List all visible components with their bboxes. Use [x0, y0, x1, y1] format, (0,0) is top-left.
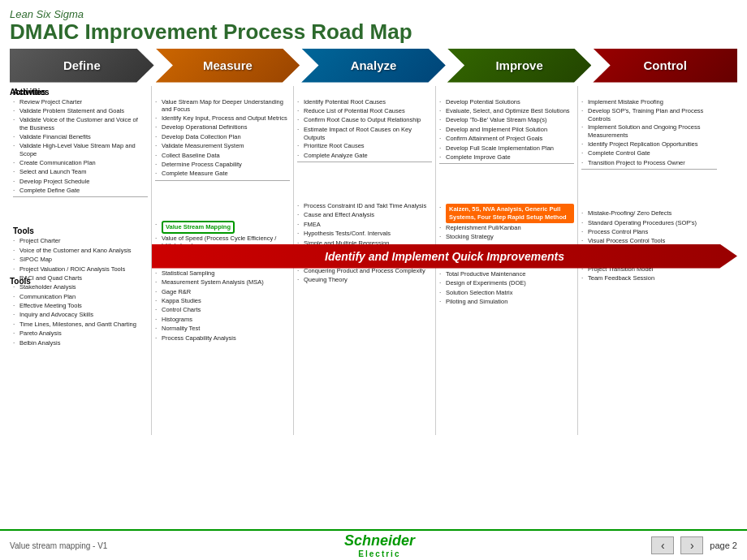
list-item: ·Process Control Plans [581, 228, 717, 236]
list-item: ·Queuing Theory [297, 276, 432, 284]
list-item: ·Process Constraint ID and Takt Time Ana… [297, 202, 432, 210]
list-item: ·Evaluate, Select, and Optimize Best Sol… [439, 107, 574, 115]
content-area: Activities ·Review Project Charter ·Vali… [10, 86, 737, 435]
list-item: ·Implement Mistake Proofing [581, 98, 717, 106]
phase-define: Define [10, 49, 154, 83]
list-item: ·Validate Problem Statement and Goals [13, 107, 148, 115]
list-item: ·Cause and Effect Analysis [297, 211, 432, 219]
list-item: ·Belbin Analysis [13, 339, 148, 347]
divider [155, 180, 290, 181]
list-item: ·Identify Potential Root Causes [297, 98, 432, 106]
quick-improvements-banner: Identify and Implement Quick Improvement… [152, 244, 737, 269]
list-item: ·Develop SOP's, Training Plan and Proces… [581, 107, 717, 123]
list-item: ·Stocking Strategy [439, 233, 574, 241]
list-item: ·Control Charts [155, 306, 290, 314]
list-item: ·Histograms [155, 316, 290, 324]
list-item: ·Develop Data Collection Plan [155, 133, 290, 141]
list-item: ·Kaizen, 5S, NVA Analysis, Generic Pull … [439, 204, 574, 223]
list-item: ·Develop and Implement Pilot Solution [439, 126, 574, 134]
list-item: ·Determine Process Capability [155, 161, 290, 169]
list-item: ·Reduce List of Potential Root Causes [297, 107, 432, 115]
list-item: ·Identify Key Input, Process and Output … [155, 114, 290, 123]
list-item: ·Replenishment Pull/Kanban [439, 224, 574, 232]
list-item: ·Review Project Charter [13, 98, 148, 106]
list-item: ·Develop Potential Solutions [439, 98, 574, 106]
list-item: ·Total Productive Maintenance [439, 270, 574, 278]
list-item: ·Complete Analyze Gate [297, 152, 432, 160]
divider [297, 162, 432, 162]
list-item: ·Piloting and Simulation [439, 298, 574, 306]
list-item: ·Develop Operational Definitions [155, 123, 290, 131]
phase-improve: Improve [447, 49, 592, 83]
list-item: ·Value Stream Map for Deeper Understandi… [155, 98, 290, 114]
list-item: ·SIPOC Map [13, 256, 148, 264]
list-item: ·Process Capability Analysis [155, 334, 290, 342]
schneider-logo: Schneider Electric [344, 532, 415, 558]
list-item: ·Stakeholder Analysis [13, 283, 148, 291]
list-item: ·Measurement System Analysis (MSA) [155, 278, 290, 286]
title-area: Lean Six Sigma DMAIC Improvement Process… [10, 8, 737, 44]
list-item: ·Validate Financial Benefits [13, 133, 148, 141]
banner-spacer [155, 183, 290, 209]
footer: Value stream mapping - V1 Schneider Elec… [0, 529, 747, 560]
divider [13, 196, 148, 197]
list-item: ·Kappa Studies [155, 297, 290, 305]
tools-label-left: Tools [10, 277, 31, 286]
list-item: ·Transition Project to Process Owner [581, 159, 717, 167]
footer-right: ‹ › page 2 [651, 536, 737, 554]
list-item: ·Communication Plan [13, 293, 148, 301]
list-item: ·Complete Improve Gate [439, 153, 574, 162]
list-item: ·Hypothesis Tests/Conf. Intervals [297, 230, 432, 238]
list-item: ·Inquiry and Advocacy Skills [13, 311, 148, 319]
banner-spacer [439, 166, 574, 192]
list-item: ·Implement Solution and Ongoing Process … [581, 123, 717, 140]
list-item: ·Prioritize Root Causes [297, 142, 432, 150]
list-item: ·Gage R&R [155, 288, 290, 296]
list-item: ·Standard Operating Procedures (SOP's) [581, 219, 717, 227]
list-item: ·Project Charter [13, 237, 148, 245]
col-define: Activities ·Review Project Charter ·Vali… [10, 86, 152, 435]
phase-analyze: Analyze [301, 49, 446, 83]
list-item: ·Collect Baseline Data [155, 152, 290, 160]
list-item: ·Design of Experiments (DOE) [439, 279, 574, 287]
phase-control: Control [593, 49, 737, 83]
list-item: ·Project Valuation / ROIC Analysis Tools [13, 265, 148, 274]
subtitle: Lean Six Sigma [10, 8, 737, 20]
logo-sub: Electric [358, 549, 400, 558]
divider [581, 169, 717, 170]
prev-button[interactable]: ‹ [651, 536, 674, 554]
list-item: ·Team Feedback Session [581, 274, 717, 282]
list-item: ·Develop Full Scale Implementation Plan [439, 144, 574, 153]
page-container: Lean Six Sigma DMAIC Improvement Process… [0, 0, 747, 560]
list-item: ·FMEA [297, 221, 432, 229]
list-item: ·Pareto Analysis [13, 330, 148, 338]
list-item: ·Value Stream Mapping [155, 221, 290, 234]
list-item: ·Create Communication Plan [13, 159, 148, 167]
phase-measure: Measure [156, 49, 300, 83]
list-item: ·Estimate Impact of Root Causes on Key O… [297, 126, 432, 142]
next-button[interactable]: › [680, 536, 703, 554]
page-number: page 2 [710, 541, 737, 550]
list-item: ·Time Lines, Milestones, and Gantt Chart… [13, 321, 148, 329]
list-item: ·Complete Measure Gate [155, 170, 290, 178]
list-item: ·Complete Control Gate [581, 149, 717, 157]
divider [439, 163, 574, 164]
list-item: ·Identify Project Replication Opportunit… [581, 140, 717, 149]
logo-main: Schneider [344, 532, 415, 549]
list-item: ·Voice of the Customer and Kano Analysis [13, 247, 148, 255]
main-title: DMAIC Improvement Process Road Map [10, 20, 737, 44]
list-item: ·RACI and Quad Charts [13, 274, 148, 282]
list-item: ·Complete Define Gate [13, 187, 148, 195]
list-item: ·Normality Test [155, 325, 290, 333]
phases-row: Define Measure Analyze Improve Control [10, 49, 737, 83]
list-item: ·Confirm Root Cause to Output Relationsh… [297, 116, 432, 124]
list-item: ·Develop Project Schedule [13, 178, 148, 186]
list-item: ·Effective Meeting Tools [13, 302, 148, 310]
list-item: ·Validate High-Level Value Stream Map an… [13, 142, 148, 158]
banner-spacer [297, 164, 432, 190]
list-item: ·Mistake-Proofing/ Zero Defects [581, 209, 717, 218]
list-item: ·Select and Launch Team [13, 168, 148, 176]
banner-spacer [13, 199, 148, 225]
footer-left-text: Value stream mapping - V1 [10, 541, 107, 550]
list-item: ·Confirm Attainment of Project Goals [439, 135, 574, 143]
